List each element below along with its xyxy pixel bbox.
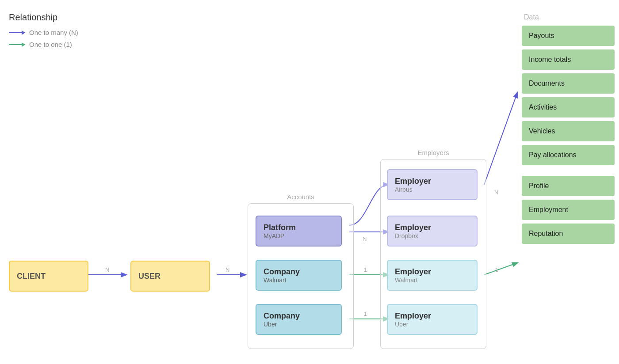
data-card-documents: Documents <box>522 73 615 94</box>
employer-dropbox-node-subtitle: Dropbox <box>395 232 470 239</box>
company-walmart-node-title: Company <box>264 267 334 277</box>
platform-node-subtitle: MyADP <box>264 232 334 239</box>
purple-arrow-icon <box>9 32 25 33</box>
svg-text:N: N <box>363 235 367 242</box>
svg-line-12 <box>484 263 517 275</box>
legend: Relationship One to many (N) One to one … <box>9 12 78 53</box>
data-card-employment: Employment <box>522 200 615 220</box>
legend-item-one: One to one (1) <box>9 41 78 48</box>
legend-label-many: One to many (N) <box>29 29 78 36</box>
employer-walmart-node-subtitle: Walmart <box>395 277 470 284</box>
employer-dropbox-node-title: Employer <box>395 223 470 232</box>
platform-node-title: Platform <box>264 223 334 232</box>
employer-airbus-node-subtitle: Airbus <box>395 186 470 193</box>
data-card-payouts: Payouts <box>522 26 615 46</box>
green-arrow-icon <box>9 44 25 45</box>
platform-node: Platform MyADP <box>256 216 342 246</box>
user-node: USER <box>130 261 210 292</box>
employer-walmart-node-title: Employer <box>395 267 470 277</box>
company-uber-node: Company Uber <box>256 304 342 335</box>
svg-text:N: N <box>494 189 498 196</box>
accounts-group-label: Accounts <box>287 193 314 201</box>
user-node-title: USER <box>138 272 202 281</box>
data-card-pay-allocations: Pay allocations <box>522 145 615 165</box>
employer-dropbox-node: Employer Dropbox <box>387 216 478 246</box>
data-panel: Data Payouts Income totals Documents Act… <box>522 13 615 247</box>
client-node-title: CLIENT <box>17 272 80 281</box>
svg-text:1: 1 <box>495 266 498 273</box>
svg-text:1: 1 <box>364 311 367 317</box>
employer-walmart-node: Employer Walmart <box>387 260 478 291</box>
legend-item-many: One to many (N) <box>9 29 78 36</box>
data-card-activities: Activities <box>522 97 615 118</box>
svg-text:N: N <box>105 266 109 273</box>
company-uber-node-subtitle: Uber <box>264 321 334 328</box>
svg-text:1: 1 <box>364 266 367 273</box>
svg-text:N: N <box>225 266 229 273</box>
data-panel-title: Data <box>522 13 615 21</box>
data-card-vehicles: Vehicles <box>522 121 615 141</box>
legend-title: Relationship <box>9 12 78 23</box>
data-card-income-totals: Income totals <box>522 49 615 70</box>
employer-airbus-node-title: Employer <box>395 177 470 186</box>
employer-uber-node: Employer Uber <box>387 304 478 335</box>
employers-group-label: Employers <box>418 149 449 156</box>
client-node: CLIENT <box>9 261 88 292</box>
svg-line-6 <box>484 93 517 185</box>
employer-uber-node-title: Employer <box>395 311 470 321</box>
legend-label-one: One to one (1) <box>29 41 72 48</box>
company-uber-node-title: Company <box>264 311 334 321</box>
data-card-profile: Profile <box>522 176 615 196</box>
data-card-reputation: Reputation <box>522 224 615 244</box>
employer-uber-node-subtitle: Uber <box>395 321 470 328</box>
company-walmart-node: Company Walmart <box>256 260 342 291</box>
employer-airbus-node: Employer Airbus <box>387 169 478 200</box>
company-walmart-node-subtitle: Walmart <box>264 277 334 284</box>
